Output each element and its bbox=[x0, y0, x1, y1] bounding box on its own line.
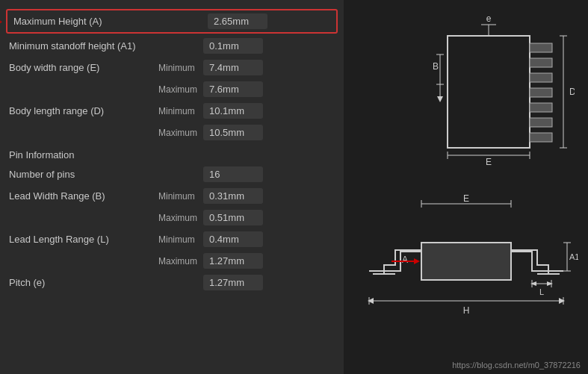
body-length-max-row: Maximum 10.5mm bbox=[0, 122, 344, 143]
right-panel: e D B bbox=[344, 0, 588, 374]
top-diagram-svg: e D B bbox=[358, 10, 575, 166]
svg-text:B: B bbox=[432, 61, 438, 72]
lead-width-label: Lead Width Range (B) bbox=[9, 190, 158, 202]
min-standoff-value: 0.1mm bbox=[203, 38, 263, 54]
lead-width-min-value: 0.31mm bbox=[203, 188, 263, 204]
lead-width-min-row: Lead Width Range (B) Minimum 0.31mm bbox=[0, 185, 344, 207]
svg-text:A: A bbox=[401, 255, 407, 265]
svg-text:A1: A1 bbox=[569, 252, 578, 261]
svg-rect-7 bbox=[530, 73, 552, 82]
svg-text:H: H bbox=[462, 305, 469, 316]
svg-rect-5 bbox=[530, 43, 552, 52]
min-standoff-label: Minimum standoff height (A1) bbox=[9, 40, 158, 52]
svg-text:L: L bbox=[539, 287, 543, 296]
num-pins-value: 16 bbox=[203, 166, 263, 182]
lead-width-max-row: Maximum 0.51mm bbox=[0, 207, 344, 228]
highlight-arrow: → bbox=[0, 15, 4, 28]
pitch-label: Pitch (e) bbox=[9, 277, 158, 288]
body-width-min-label: Minimum bbox=[158, 63, 203, 73]
body-length-label: Body length range (D) bbox=[9, 105, 158, 116]
svg-rect-8 bbox=[530, 88, 552, 97]
body-length-max-value: 10.5mm bbox=[203, 125, 263, 140]
bottom-diagram-svg: E A bbox=[354, 190, 578, 340]
svg-rect-10 bbox=[530, 118, 552, 127]
lead-length-min-row: Lead Length Range (L) Minimum 0.4mm bbox=[0, 228, 344, 250]
min-standoff-row: Minimum standoff height (A1) 0.1mm bbox=[0, 35, 344, 57]
lead-length-label: Lead Length Range (L) bbox=[9, 234, 158, 245]
svg-rect-9 bbox=[530, 103, 552, 112]
lead-length-max-label: Maximum bbox=[158, 256, 203, 267]
svg-text:e: e bbox=[486, 13, 491, 24]
body-length-min-value: 10.1mm bbox=[203, 103, 263, 119]
lead-length-max-row: Maximum 1.27mm bbox=[0, 250, 344, 272]
svg-rect-11 bbox=[530, 133, 552, 142]
svg-rect-31 bbox=[421, 243, 511, 280]
body-length-max-label: Maximum bbox=[158, 128, 203, 138]
body-width-min-row: Body width range (E) Minimum 7.4mm bbox=[0, 57, 344, 78]
svg-rect-6 bbox=[530, 58, 552, 67]
lead-length-max-value: 1.27mm bbox=[203, 253, 263, 269]
credit-text: https://blog.csdn.net/m0_37872216 bbox=[448, 359, 585, 371]
pitch-value: 1.27mm bbox=[203, 275, 263, 290]
left-panel: → Maximum Height (A) 2.65mm Minimum stan… bbox=[0, 0, 344, 374]
svg-text:E: E bbox=[462, 193, 468, 204]
max-height-value: 2.65mm bbox=[208, 13, 267, 29]
pitch-row: Pitch (e) 1.27mm bbox=[0, 272, 344, 293]
body-width-max-row: Maximum 7.6mm bbox=[0, 78, 344, 100]
body-width-max-value: 7.6mm bbox=[203, 81, 263, 97]
svg-text:D: D bbox=[569, 87, 575, 97]
lead-length-min-label: Minimum bbox=[158, 234, 203, 245]
lead-width-max-label: Maximum bbox=[158, 213, 203, 223]
svg-text:E: E bbox=[485, 157, 491, 166]
lead-width-max-value: 0.51mm bbox=[203, 210, 263, 225]
lead-width-min-label: Minimum bbox=[158, 191, 203, 202]
lead-length-min-value: 0.4mm bbox=[203, 231, 263, 247]
num-pins-label: Number of pins bbox=[9, 169, 158, 180]
max-height-row: Maximum Height (A) 2.65mm bbox=[6, 9, 338, 34]
body-length-min-row: Body length range (D) Minimum 10.1mm bbox=[0, 100, 344, 122]
max-height-label: Maximum Height (A) bbox=[13, 16, 163, 27]
diagram-bottom: E A bbox=[347, 183, 585, 347]
diagram-top: e D B bbox=[347, 6, 585, 170]
pin-info-header: Pin Information bbox=[0, 143, 344, 163]
num-pins-row: Number of pins 16 bbox=[0, 163, 344, 185]
body-width-label: Body width range (E) bbox=[9, 62, 158, 73]
body-width-max-label: Maximum bbox=[158, 84, 203, 95]
body-length-min-label: Minimum bbox=[158, 106, 203, 116]
body-width-min-value: 7.4mm bbox=[203, 60, 263, 75]
